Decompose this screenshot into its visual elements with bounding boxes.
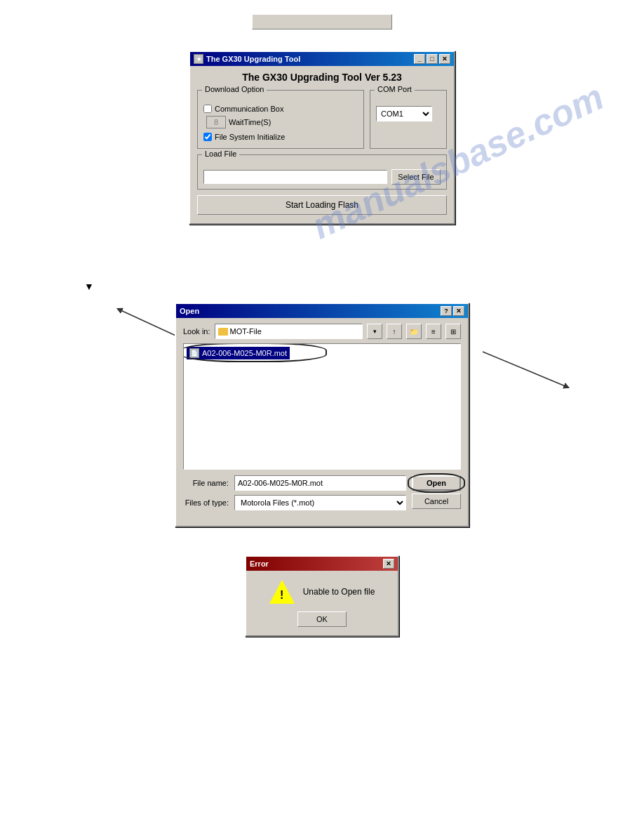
error-body: ! Unable to Open file OK: [246, 571, 398, 635]
file-name-input[interactable]: [234, 475, 406, 491]
files-of-type-row: Files of type: Motorola Files (*.mot): [183, 495, 406, 510]
gx30-win-controls: _ □ ✕: [414, 54, 450, 64]
comm-box-row: Communication Box: [203, 105, 358, 113]
communication-box-checkbox[interactable]: [203, 105, 212, 113]
file-item-name: A02-006-M025-M0R.mot: [202, 349, 287, 357]
file-path-input[interactable]: [203, 170, 387, 184]
wait-time-label: WaitTime(S): [229, 118, 271, 126]
com-port-fieldset: COM Port COM1 COM2 COM3 COM4: [370, 90, 447, 149]
open-dialog-container: Open ? ✕ Look in: MOT-File ▾ ↑ 📁: [0, 303, 644, 527]
files-of-type-select[interactable]: Motorola Files (*.mot): [234, 495, 406, 510]
wait-time-input[interactable]: [206, 116, 226, 128]
open-title-text: Open: [180, 307, 199, 315]
look-in-row: Look in: MOT-File ▾ ↑ 📁 ≡ ⊞: [183, 324, 461, 339]
gx30-minimize-btn[interactable]: _: [414, 54, 425, 64]
top-button[interactable]: [252, 14, 392, 29]
gx30-dialog: ★ The GX30 Upgrading Tool _ □ ✕ The GX30…: [189, 51, 455, 225]
look-in-label: Look in:: [183, 327, 210, 336]
file-system-label: File System Initialize: [215, 133, 285, 141]
page: manualsbase.com ★ The GX30 Upgrading Too…: [0, 0, 644, 834]
file-system-checkbox[interactable]: [203, 133, 212, 141]
error-win-controls: ✕: [383, 559, 394, 569]
com-port-legend: COM Port: [375, 85, 415, 93]
gx30-heading: The GX30 Upgrading Tool Ver 5.23: [197, 72, 447, 83]
look-in-dropdown[interactable]: ▾: [367, 324, 382, 339]
error-close-btn[interactable]: ✕: [383, 559, 394, 569]
dialog-buttons: Open Cancel: [412, 475, 461, 509]
toolbar-details-btn[interactable]: ⊞: [445, 324, 461, 339]
toolbar-new-folder-btn[interactable]: 📁: [406, 324, 422, 339]
open-title-group: Open: [180, 307, 199, 315]
file-name-section: File name: Files of type: Motorola Files…: [183, 475, 406, 515]
error-title-text: Error: [250, 560, 269, 568]
file-list-item[interactable]: 📄 A02-006-M025-M0R.mot: [187, 347, 290, 359]
wait-time-row: WaitTime(S): [206, 116, 358, 128]
gx30-title-group: ★ The GX30 Upgrading Tool: [194, 54, 300, 64]
open-titlebar: Open ? ✕: [176, 304, 468, 318]
error-titlebar: Error ✕: [246, 557, 398, 571]
load-file-row: Select File: [203, 169, 441, 185]
open-body: Look in: MOT-File ▾ ↑ 📁 ≡ ⊞ �: [176, 318, 468, 526]
select-file-button[interactable]: Select File: [391, 169, 441, 185]
gx30-body: The GX30 Upgrading Tool Ver 5.23 Downloa…: [190, 66, 454, 223]
right-annotation-arrow: [476, 338, 588, 408]
files-of-type-label: Files of type:: [183, 498, 229, 507]
folder-icon: [218, 328, 228, 336]
gx30-app-icon: ★: [194, 54, 203, 64]
open-btn-wrapper: Open: [412, 475, 461, 491]
gx30-close-btn[interactable]: ✕: [439, 54, 450, 64]
toolbar-up-btn[interactable]: ↑: [387, 324, 402, 339]
file-name-label: File name:: [183, 479, 229, 487]
file-list-area: 📄 A02-006-M025-M0R.mot: [183, 343, 461, 470]
error-ok-button[interactable]: OK: [297, 611, 347, 627]
open-close-btn[interactable]: ✕: [453, 306, 464, 316]
start-loading-flash-button[interactable]: Start Loading Flash: [197, 195, 447, 215]
open-dialog: Open ? ✕ Look in: MOT-File ▾ ↑ 📁: [175, 303, 469, 527]
warning-icon-wrap: !: [269, 579, 295, 604]
cancel-button[interactable]: Cancel: [412, 494, 461, 509]
mot-file-icon: 📄: [189, 348, 199, 358]
error-content: ! Unable to Open file: [269, 579, 375, 604]
download-option-fieldset: Download Option Communication Box WaitTi…: [197, 90, 364, 149]
arrow-bullet: ▼: [84, 281, 644, 292]
options-group: Download Option Communication Box WaitTi…: [197, 90, 447, 149]
warning-exclaim-icon: !: [280, 589, 283, 602]
communication-box-label: Communication Box: [215, 105, 283, 113]
look-in-folder-name: MOT-File: [230, 327, 262, 336]
load-file-fieldset: Load File Select File: [197, 154, 447, 190]
gx30-title-text: The GX30 Upgrading Tool: [206, 55, 300, 63]
com-port-select[interactable]: COM1 COM2 COM3 COM4: [376, 106, 432, 121]
file-system-row: File System Initialize: [203, 133, 358, 141]
open-button[interactable]: Open: [412, 475, 461, 491]
svg-line-1: [483, 352, 567, 387]
gx30-titlebar: ★ The GX30 Upgrading Tool _ □ ✕: [190, 52, 454, 66]
download-option-legend: Download Option: [202, 85, 267, 93]
file-name-row: File name:: [183, 475, 406, 491]
toolbar-list-btn[interactable]: ≡: [426, 324, 441, 339]
open-help-btn[interactable]: ?: [441, 306, 452, 316]
error-dialog-container: Error ✕ ! Unable to Open file OK: [0, 555, 644, 637]
look-in-folder[interactable]: MOT-File: [215, 324, 363, 339]
error-dialog: Error ✕ ! Unable to Open file OK: [245, 555, 399, 637]
gx30-maximize-btn[interactable]: □: [427, 54, 438, 64]
error-title-group: Error: [250, 560, 269, 568]
error-message: Unable to Open file: [303, 587, 375, 597]
load-file-legend: Load File: [202, 150, 239, 158]
open-win-controls: ? ✕: [441, 306, 464, 316]
top-button-area: [0, 14, 644, 29]
